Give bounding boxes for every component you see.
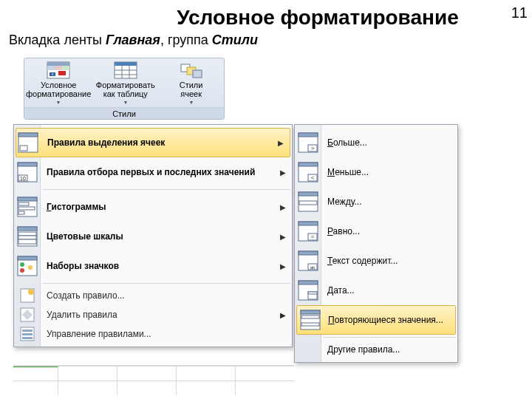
menu-item-iconsets[interactable]: Наборы значков ▶ [14,251,292,281]
sub-item-between[interactable]: Между... [295,187,457,216]
dropdown-chevron-icon: ▾ [92,99,158,106]
databars-icon [17,197,38,217]
svg-rect-57 [299,201,317,205]
submenu-arrow-icon: ▶ [278,139,284,147]
conditional-formatting-menu: ≤ Правила выделения ячеек ▶ 10 Правила о… [13,124,293,347]
between-icon [298,191,318,212]
new-rule-icon [20,288,35,303]
iconsets-icon [17,256,38,276]
sub-label: Меньше... [327,167,369,177]
sub-item-more-rules[interactable]: Другие правила... [295,340,457,359]
svg-text:<: < [311,174,315,181]
svg-text:10: 10 [20,176,26,181]
conditional-formatting-icon: ≤ [47,61,70,79]
menu-item-highlight-cells[interactable]: ≤ Правила выделения ячеек ▶ [16,128,290,157]
equal-to-icon: = [298,221,318,242]
svg-rect-29 [18,211,24,214]
sub-item-date[interactable]: Дата... [295,276,457,305]
sub-label: Равно... [327,226,360,236]
menu-label: Гистограммы [47,202,106,212]
sub-label: Между... [327,197,362,207]
svg-rect-72 [301,316,319,318]
menu-item-colorscales[interactable]: Цветовые шкалы ▶ [14,222,292,251]
submenu-arrow-icon: ▶ [280,203,286,211]
page-title: Условное форматирование [103,6,532,30]
date-icon [298,280,318,301]
svg-rect-52 [299,163,318,166]
sub-label: Повторяющиеся значения... [328,315,443,325]
svg-rect-22 [18,163,37,166]
sub-item-greater-than[interactable]: > Больше... [295,128,457,157]
menu-item-clear-rules[interactable]: Удалить правила ▶ [14,305,292,324]
menu-label: Удалить правила [47,310,117,320]
svg-rect-46 [22,337,33,339]
dropdown-chevron-icon: ▾ [158,99,224,106]
svg-rect-34 [18,239,36,244]
menu-label: Цветовые шкалы [47,231,123,242]
svg-rect-1 [47,62,69,66]
submenu-arrow-icon: ▶ [280,311,286,319]
sub-item-equal-to[interactable]: = Равно... [295,216,457,246]
sub-item-duplicate-values[interactable]: Повторяющиеся значения... [296,305,456,335]
menu-label: Правила выделения ячеек [47,137,165,148]
svg-rect-16 [193,70,202,78]
submenu-arrow-icon: ▶ [280,262,286,270]
subtitle-tab: Главная [106,33,160,47]
ribbon-group-caption: Стили [24,107,224,119]
dropdown-chevron-icon: ▾ [24,99,92,106]
svg-rect-56 [299,192,318,196]
svg-text:ab: ab [310,265,316,270]
sub-label: Больше... [327,137,367,148]
format-as-table-button[interactable]: Форматировать как таблицу ▾ [92,58,158,107]
svg-rect-44 [22,330,33,332]
conditional-formatting-button[interactable]: ≤ Условное форматирование ▾ [24,58,92,107]
worksheet-grid [13,365,294,395]
menu-item-manage-rules[interactable]: Управление правилами... [14,324,292,344]
menu-item-new-rule[interactable]: Создать правило... [14,286,292,305]
manage-rules-icon [20,327,35,341]
svg-rect-33 [18,236,36,239]
cell-styles-label-2: ячеек [180,89,202,98]
svg-rect-27 [18,202,29,205]
svg-rect-2 [47,66,55,70]
sub-label: Другие правила... [327,344,400,355]
menu-label: Создать правило... [47,290,125,301]
svg-rect-45 [22,333,33,335]
cell-styles-button[interactable]: Стили ячеек ▾ [158,58,224,107]
page-number: 11 [511,4,528,21]
menu-item-databars[interactable]: Гистограммы ▶ [14,192,292,222]
svg-rect-4 [62,66,69,70]
sub-item-less-than[interactable]: < Меньше... [295,157,457,187]
svg-rect-28 [18,207,35,210]
cell-styles-label-1: Стили [180,81,203,89]
svg-rect-5 [58,71,66,75]
menu-label: Управление правилами... [47,329,151,339]
submenu-arrow-icon: ▶ [280,168,286,177]
subtitle-group: Стили [212,33,258,47]
svg-rect-69 [308,292,317,294]
svg-rect-59 [299,222,318,225]
svg-rect-31 [18,227,37,231]
svg-point-41 [28,289,34,295]
clear-rules-icon [20,307,35,322]
svg-rect-26 [18,197,37,201]
svg-rect-32 [18,232,36,236]
svg-text:≤: ≤ [52,72,54,76]
colorscales-icon [17,226,38,247]
subtitle-mid: , группа [160,33,212,47]
format-as-table-label-2: как таблицу [103,89,148,98]
format-as-table-label-1: Форматировать [96,81,155,89]
text-contains-icon: ab [298,250,318,271]
sub-item-text-contains[interactable]: ab Текст содержит... [295,246,457,276]
duplicate-values-icon [300,310,321,330]
menu-label: Правила отбора первых и последних значен… [47,167,255,177]
top-bottom-icon: 10 [17,162,38,183]
greater-than-icon: > [298,132,318,153]
menu-item-top-bottom[interactable]: 10 Правила отбора первых и последних зна… [14,157,292,187]
subtitle: Вкладка ленты Главная, группа Стили [9,33,532,48]
svg-rect-63 [299,251,318,255]
highlight-cells-submenu: > Больше... < Меньше... Между... = Равно… [294,124,458,363]
less-than-icon: < [298,162,318,183]
sub-label: Дата... [327,285,355,296]
svg-rect-48 [299,133,318,137]
